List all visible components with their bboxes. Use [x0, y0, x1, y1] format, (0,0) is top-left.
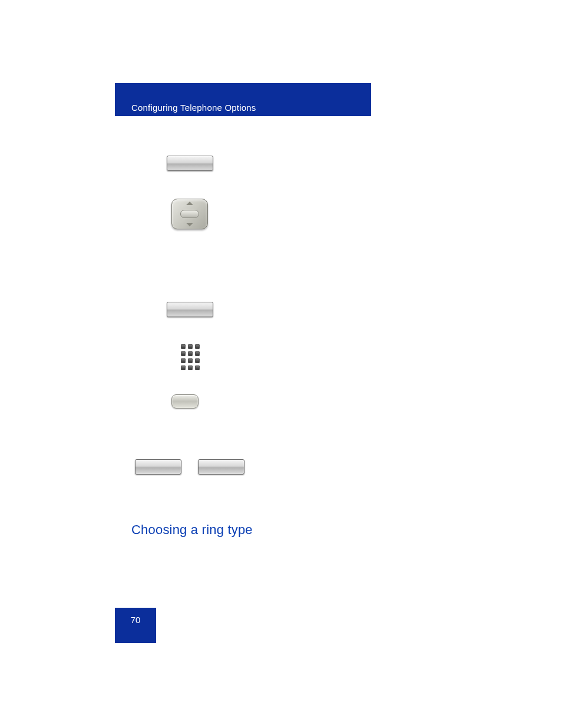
navigation-pad-center: [180, 210, 199, 218]
page-footer: 70: [115, 608, 156, 643]
softkey-button-left: [135, 459, 181, 475]
page-number: 70: [131, 615, 141, 625]
section-heading: Choosing a ring type: [131, 522, 253, 538]
softkey-button: [167, 156, 213, 171]
softkey-button: [167, 302, 213, 317]
page-header-title: Configuring Telephone Options: [131, 103, 256, 113]
page-header: Configuring Telephone Options: [115, 83, 371, 116]
enter-button-icon: [171, 394, 199, 409]
navigation-pad-icon: [171, 199, 208, 229]
dialpad-icon: [181, 344, 200, 370]
softkey-button-right: [198, 459, 244, 475]
